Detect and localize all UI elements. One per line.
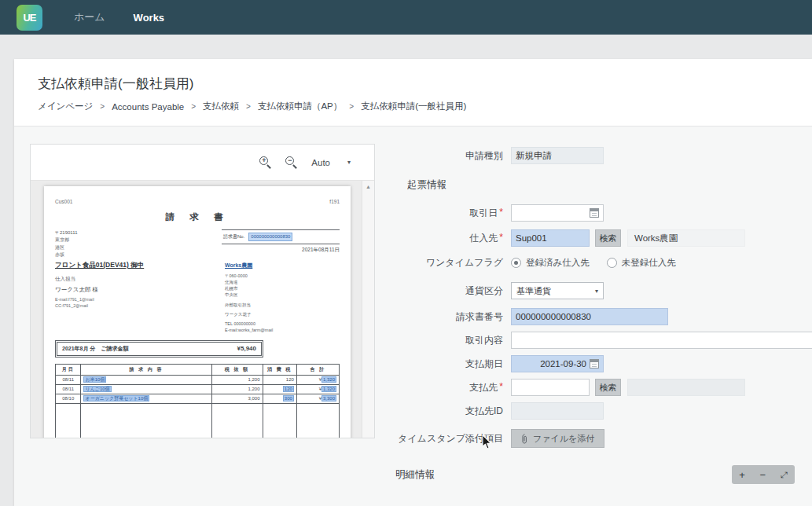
radio-selected-icon	[511, 258, 521, 268]
payee-id-label: 支払先ID	[393, 405, 511, 418]
supplier-label: 仕入先*	[393, 232, 511, 245]
supplier-block: Works農園 〒060-0000 北海道 札幌市 中央区 外部取引担当 ワーク…	[225, 262, 319, 334]
supplier-name-link[interactable]: Works農園	[225, 262, 319, 270]
ocr-highlight[interactable]: りんご10個	[83, 386, 111, 392]
breadcrumb-item-main[interactable]: メインページ	[38, 101, 93, 112]
zoom-mode-value: Auto	[311, 158, 330, 167]
timestamp-attach-label: タイムスタンプ添付項目	[393, 432, 511, 446]
radio-registered-supplier[interactable]: 登録済み仕入先	[511, 257, 590, 269]
invoice-issue-date: 2021年08月11日	[222, 247, 340, 254]
main-card: 支払依頼申請(一般社員用) メインページ > Accounts Payable …	[14, 59, 812, 506]
section-detail-info: 明細情報	[395, 468, 435, 482]
detail-toolbar: + − ⤢	[732, 465, 795, 484]
application-type-label: 申請種別	[393, 149, 511, 163]
transaction-detail-input[interactable]	[511, 332, 812, 349]
breadcrumb-separator: >	[100, 102, 105, 111]
nav-item-works[interactable]: Works	[134, 12, 165, 24]
mouse-cursor	[482, 434, 493, 450]
invoice-number-highlight[interactable]: 000000000000830	[248, 233, 292, 241]
invoice-number-box: 請求書No. 000000000000830	[222, 229, 340, 244]
supplier-name-display: Works農園	[627, 229, 745, 247]
transaction-date-input[interactable]	[511, 204, 604, 222]
ocr-highlight[interactable]: 1,320	[321, 376, 336, 383]
expand-icon[interactable]: ⤢	[781, 471, 788, 479]
invoice-number-label: 請求書番号	[393, 310, 511, 324]
calendar-icon[interactable]	[590, 359, 599, 368]
payee-search-button[interactable]: 検索	[595, 379, 621, 396]
paperclip-icon	[521, 434, 528, 444]
recipient-address: 〒2190111 東京都 港区 赤坂	[55, 229, 144, 258]
payee-name-display	[627, 379, 745, 396]
calendar-icon[interactable]	[590, 208, 599, 218]
invoice-line-table: 月日 請 求 内 容 税 抜 額 消 費 税 合 計 08/11 お米10個 1…	[55, 364, 340, 438]
payment-due-label: 支払期日	[393, 358, 511, 371]
breadcrumb-item-current: 支払依頼申請(一般社員用)	[361, 101, 466, 112]
application-type-field: 新規申請	[511, 147, 604, 164]
ocr-highlight[interactable]: 1,320	[321, 386, 336, 392]
supplier-search-button[interactable]: 検索	[595, 229, 621, 247]
remove-row-icon[interactable]: −	[760, 470, 766, 480]
invoice-title: 請 求 書	[55, 211, 340, 223]
scroll-up-icon[interactable]: ▲	[362, 181, 374, 189]
breadcrumb-item-accounts-payable[interactable]: Accounts Payable	[112, 102, 184, 112]
currency-label: 通貨区分	[393, 284, 511, 298]
currency-select[interactable]: 基準通貨 ▾	[511, 282, 604, 299]
payment-due-input[interactable]: 2021-09-30	[511, 355, 604, 372]
supplier-input[interactable]: Sup001	[511, 229, 590, 247]
breadcrumb-separator: >	[349, 102, 354, 111]
recipient-name: フロント食品01(DEV41) 御中	[55, 261, 144, 270]
preview-scrollbar[interactable]: ▲	[362, 181, 374, 438]
zoom-out-icon[interactable]: −	[285, 156, 297, 168]
payee-id-field	[511, 402, 604, 420]
attach-file-button[interactable]: ファイルを添付	[511, 429, 604, 448]
breadcrumb: メインページ > Accounts Payable > 支払依頼 > 支払依頼申…	[38, 101, 466, 112]
invoice-amount-box: 2021年8月 分 ご請求金額 ¥5,940	[55, 340, 263, 358]
invoice-customer-code: Cus001	[55, 199, 72, 204]
contact-block: 仕入担当 ワークス太郎 様 E-mail:f791_1@mail CC:f791…	[55, 276, 144, 310]
document-preview-panel: + − Auto ▾ Cus001 f191 請 求 書	[30, 144, 375, 438]
ocr-highlight[interactable]: 120	[283, 386, 294, 392]
onetime-flag-label: ワンタイムフラグ	[393, 256, 511, 270]
top-navbar: UE ホーム Works	[0, 0, 812, 35]
chevron-down-icon: ▾	[347, 159, 351, 166]
document-area: Cus001 f191 請 求 書 〒2190111 東京都 港区 赤坂 フロン…	[31, 181, 362, 438]
chevron-down-icon: ▾	[595, 288, 598, 295]
invoice-table-empty-rows	[56, 403, 340, 438]
page-title: 支払依頼申請(一般社員用)	[38, 75, 193, 93]
invoice-table-row: 08/10 オーガニック野菜セット10個 3,000 300 ¥3,300	[56, 394, 340, 403]
zoom-mode-select[interactable]: Auto ▾	[311, 158, 351, 167]
invoice-number-input[interactable]: 000000000000830	[511, 308, 668, 325]
app-logo-icon[interactable]: UE	[17, 5, 42, 31]
transaction-detail-label: 取引内容	[393, 334, 511, 347]
payee-label: 支払先*	[393, 381, 511, 394]
invoice-page-ref: f191	[329, 199, 340, 204]
onetime-flag-group: 登録済み仕入先 未登録仕入先	[511, 257, 676, 269]
invoice-table-row: 08/11 りんご10個 1,200 120 ¥1,320	[56, 384, 340, 394]
preview-toolbar: + − Auto ▾	[31, 145, 374, 181]
breadcrumb-separator: >	[246, 102, 251, 111]
invoice-table-row: 08/11 お米10個 1,200 120 ¥1,320	[56, 375, 340, 384]
ocr-highlight[interactable]: オーガニック野菜セット10個	[83, 395, 149, 402]
invoice-page: Cus001 f191 請 求 書 〒2190111 東京都 港区 赤坂 フロン…	[44, 186, 351, 438]
ocr-highlight[interactable]: 300	[283, 395, 294, 402]
radio-unselected-icon	[607, 258, 617, 268]
transaction-date-label: 取引日*	[393, 207, 511, 220]
section-draft-info: 起票情報	[407, 178, 812, 192]
radio-unregistered-supplier[interactable]: 未登録仕入先	[607, 257, 676, 269]
required-asterisk: *	[499, 381, 503, 392]
invoice-total-amount: ¥5,940	[237, 345, 256, 352]
ocr-highlight[interactable]: お米10個	[83, 376, 106, 383]
payment-request-form: 申請種別 新規申請 起票情報 取引日* 仕入先* Sup001 検索 Works…	[393, 147, 812, 484]
nav-item-home[interactable]: ホーム	[74, 10, 105, 24]
payee-input[interactable]	[511, 379, 590, 396]
required-asterisk: *	[499, 207, 503, 218]
ocr-highlight[interactable]: 3,300	[321, 395, 336, 402]
zoom-in-icon[interactable]: +	[259, 156, 271, 168]
breadcrumb-item-shinsei-ap[interactable]: 支払依頼申請（AP）	[258, 101, 342, 112]
breadcrumb-separator: >	[191, 102, 196, 111]
add-row-icon[interactable]: +	[739, 470, 745, 480]
required-asterisk: *	[499, 232, 503, 243]
breadcrumb-item-shiharai-irai[interactable]: 支払依頼	[203, 101, 239, 112]
